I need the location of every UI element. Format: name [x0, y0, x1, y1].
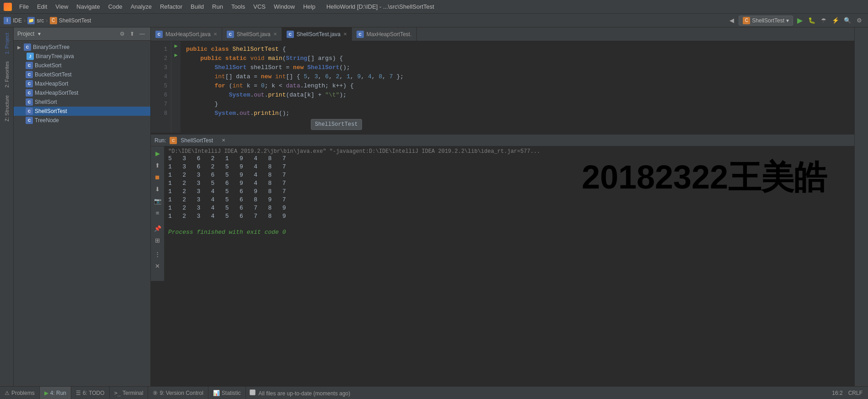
project-dropdown-arrow[interactable]: ▾ — [38, 31, 41, 37]
menu-analyze[interactable]: Analyze — [127, 2, 155, 11]
tab-close-maxheapsort[interactable]: ✕ — [213, 32, 217, 37]
bottom-tab-terminal[interactable]: >_ Terminal — [110, 387, 149, 399]
tab-label-maxheapsorttest: MaxHeapSortTest. — [367, 31, 412, 38]
code-line-1: public class ShellSortTest { — [186, 45, 854, 54]
tree-item-bucketsorttest[interactable]: C BucketSortTest — [14, 70, 150, 79]
breadcrumb-sep-1: › — [24, 17, 26, 24]
tree-item-treenode[interactable]: C TreeNode — [14, 116, 150, 125]
side-tab-favorites[interactable]: 2: Favorites — [1, 58, 12, 91]
run-scroll-up-btn[interactable]: ⬆ — [153, 160, 163, 170]
run-list-btn[interactable]: ⊞ — [153, 235, 163, 245]
tab-maxheapsorttest[interactable]: C MaxHeapSortTest. — [352, 27, 417, 41]
side-tab-structure[interactable]: Z: Structure — [1, 92, 12, 125]
tree-item-binarysorttree[interactable]: ▶ C BinarySortTree — [14, 43, 150, 52]
menu-view[interactable]: View — [52, 2, 72, 11]
right-side-tabs — [854, 27, 868, 386]
code-line-7: } — [186, 100, 854, 109]
run-stop-btn[interactable]: ⏹ — [153, 172, 163, 182]
run-output[interactable]: "D:\IDE\IntelliJ IDEA 2019.2.2\jbr\bin\j… — [165, 146, 854, 281]
bottom-tab-problems[interactable]: ⚠ Problems — [0, 387, 40, 399]
run-gutter-2[interactable]: ▶ — [171, 50, 181, 59]
menu-build[interactable]: Build — [187, 2, 208, 11]
menu-vcs[interactable]: VCS — [250, 2, 269, 11]
project-minus-btn[interactable]: — — [138, 29, 147, 38]
run-gutter-empty-8 — [171, 105, 181, 114]
menu-code[interactable]: Code — [105, 2, 126, 11]
bottom-tab-vcs[interactable]: ⑨ 9: Version Control — [148, 387, 208, 399]
project-up-btn[interactable]: ⬆ — [128, 29, 137, 38]
run-btn[interactable]: ▶ — [795, 16, 805, 26]
run-tab-close[interactable]: ✕ — [218, 135, 229, 146]
tab-maxheapsort[interactable]: C MaxHeapSort.java ✕ — [151, 27, 222, 41]
run-config-arrow: ▾ — [786, 17, 789, 24]
status-text: All files are up-to-date (moments ago) — [259, 390, 351, 397]
settings-btn[interactable]: ⚙ — [854, 16, 864, 26]
run-gutter-1[interactable]: ▶ — [171, 41, 181, 50]
up-to-date-checkbox[interactable] — [250, 389, 256, 395]
breadcrumb-class[interactable]: C ShellSortTest — [50, 17, 91, 24]
menu-bar[interactable]: File Edit View Navigate Code Analyze Ref… — [16, 2, 319, 11]
tab-shellsorttest[interactable]: C ShellSortTest.java ✕ — [282, 27, 352, 41]
editor-area: C MaxHeapSort.java ✕ C ShellSort.java ✕ … — [151, 27, 854, 386]
tree-item-maxheapsorttest[interactable]: C MaxHeapSortTest — [14, 88, 150, 97]
menu-edit[interactable]: Edit — [33, 2, 51, 11]
menu-navigate[interactable]: Navigate — [73, 2, 103, 11]
run-sort-btn[interactable]: ≡ — [153, 208, 163, 218]
menu-tools[interactable]: Tools — [228, 2, 249, 11]
tree-item-shellsort[interactable]: C ShellSort — [14, 97, 150, 107]
run-pin-btn[interactable]: 📌 — [153, 223, 163, 233]
run-scroll-down-btn[interactable]: ⬇ — [153, 184, 163, 194]
side-tab-project[interactable]: 1: Project — [1, 29, 12, 58]
tab-label-shellsort: ShellSort.java — [237, 31, 271, 38]
run-config-icon-panel: C — [170, 137, 177, 144]
tab-icon-shellsorttest: C — [287, 31, 294, 38]
project-gear-btn[interactable]: ⚙ — [117, 29, 127, 38]
tree-icon-bucketsorttest: C — [26, 71, 33, 78]
back-btn[interactable]: ◀ — [727, 16, 737, 26]
line-num-6: 6 — [151, 91, 171, 100]
bottom-bar: ⚠ Problems ▶ 4: Run ☰ 6: TODO >_ Termina… — [0, 386, 868, 399]
run-config-selector[interactable]: C ShellSortTest ▾ — [739, 16, 793, 26]
tree-item-binarytree[interactable]: J BinaryTree.java — [14, 52, 150, 61]
run-panel-header: Run: C ShellSortTest ✕ — [151, 135, 854, 146]
debug-btn[interactable]: 🐛 — [807, 16, 817, 26]
run-rerun-btn[interactable]: ▶ — [153, 148, 163, 158]
run-close-btn[interactable]: ✕ — [153, 261, 163, 271]
menu-run[interactable]: Run — [208, 2, 227, 11]
menu-refactor[interactable]: Refactor — [156, 2, 186, 11]
run-gutter-empty-4 — [171, 69, 181, 78]
tab-close-shellsorttest[interactable]: ✕ — [343, 32, 347, 37]
tab-label-shellsorttest: ShellSortTest.java — [297, 31, 341, 38]
menu-help[interactable]: Help — [299, 2, 319, 11]
coverage-btn[interactable]: ☂ — [819, 16, 829, 26]
tree-item-maxheapsort[interactable]: C MaxHeapSort — [14, 79, 150, 88]
output-line-2: 1 3 6 2 5 9 4 8 7 — [168, 163, 851, 171]
breadcrumb-src[interactable]: 📁 src — [27, 17, 44, 24]
run-icon: ▶ — [44, 390, 48, 396]
tree-item-shellsorttest[interactable]: C ShellSortTest — [14, 107, 150, 116]
project-tree: ▶ C BinarySortTree J BinaryTree.java C B… — [14, 41, 150, 386]
run-gutter-empty-3 — [171, 59, 181, 69]
bottom-tab-statistic[interactable]: 📊 Statistic — [208, 387, 246, 399]
code-content[interactable]: public class ShellSortTest { public stat… — [181, 41, 854, 133]
settings-search-btn[interactable]: 🔍 — [842, 16, 852, 26]
run-camera-btn[interactable]: 📷 — [153, 196, 163, 206]
line-num-1: 1 — [151, 45, 171, 54]
tree-item-bucketsort[interactable]: C BucketSort — [14, 61, 150, 70]
run-more-btn[interactable]: ⋮ — [153, 249, 163, 259]
breadcrumb-ide[interactable]: I IDE — [4, 17, 22, 24]
tab-close-shellsort[interactable]: ✕ — [273, 32, 277, 37]
profile-btn[interactable]: ⚡ — [831, 16, 841, 26]
problems-icon: ⚠ — [5, 390, 10, 396]
output-line-5: 1 2 3 4 5 6 9 8 7 — [168, 188, 851, 196]
menu-window[interactable]: Window — [270, 2, 298, 11]
tree-label-treenode: TreeNode — [35, 117, 59, 124]
tab-shellsort[interactable]: C ShellSort.java ✕ — [222, 27, 282, 41]
output-line-4: 1 2 3 5 6 9 4 8 7 — [168, 179, 851, 188]
menu-file[interactable]: File — [16, 2, 32, 11]
code-editor[interactable]: 1 2 3 4 5 6 7 8 ▶ ▶ — [151, 41, 854, 133]
tree-icon-binarytree: J — [27, 53, 34, 60]
bottom-tab-todo[interactable]: ☰ 6: TODO — [71, 387, 110, 399]
bottom-tab-run[interactable]: ▶ 4: Run — [40, 387, 71, 399]
tree-icon-treenode: C — [26, 117, 33, 124]
